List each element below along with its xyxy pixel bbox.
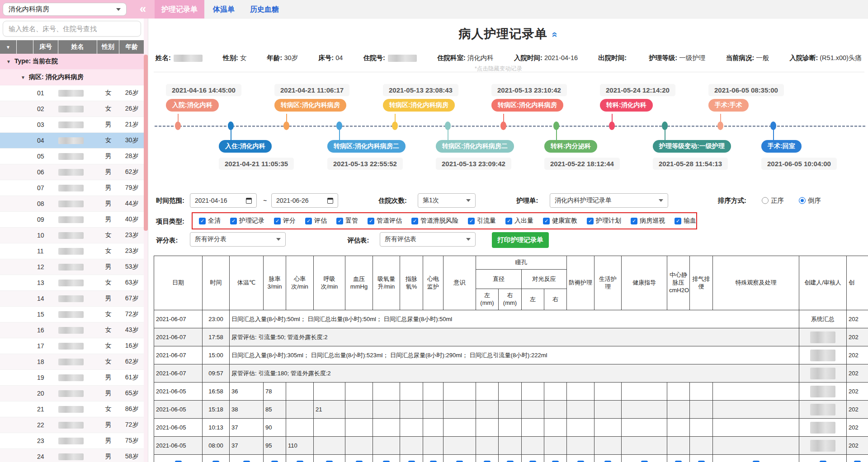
calendar-icon[interactable] — [246, 198, 252, 204]
sort-desc-radio[interactable]: 倒序 — [799, 196, 821, 205]
timeline-event-badge[interactable]: 入院:消化内科 — [166, 99, 219, 112]
patient-row[interactable]: 13女63岁 — [0, 275, 144, 291]
name-column-header[interactable]: 姓名 — [58, 40, 97, 54]
checkbox-checked-icon[interactable]: ✓ — [456, 461, 463, 462]
timeline-event-badge[interactable]: 转病区:消化内科病房二 — [327, 140, 406, 153]
patient-row[interactable]: 17女16岁 — [0, 338, 144, 354]
checkbox-checked-icon[interactable]: ✓ — [297, 461, 303, 462]
checkbox-checked-icon[interactable]: ✓ — [675, 461, 682, 462]
patient-row[interactable]: 05男28岁 — [0, 149, 144, 164]
timeline-event-badge[interactable]: 转科:消化内科 — [600, 99, 653, 112]
tab-temperature-sheet[interactable]: 体温单 — [208, 0, 240, 19]
checkbox-checked-icon[interactable]: ✓ — [230, 218, 237, 224]
patient-row[interactable]: 11女23岁 — [0, 243, 144, 259]
patient-row[interactable]: 10女23岁 — [0, 228, 144, 243]
timeline-event-badge[interactable]: 转病区:消化内科病房 — [491, 99, 563, 112]
date-from-input[interactable]: 2021-04-16 — [190, 193, 257, 208]
group-row-ward[interactable]: ▼ 病区: 消化内科病房 — [0, 70, 144, 85]
item-type-checkbox[interactable]: ✓病房巡视 — [631, 217, 665, 225]
patient-row[interactable]: 03男21岁 — [0, 117, 144, 133]
item-type-checkbox[interactable]: ✓护理记录 — [230, 217, 264, 225]
age-column-header[interactable]: 年龄 — [119, 40, 144, 54]
checkbox-checked-icon[interactable]: ✓ — [529, 461, 536, 462]
checkbox-checked-icon[interactable]: ✓ — [430, 461, 437, 462]
timeline-event-badge[interactable]: 转病区:消化内科病房 — [274, 99, 346, 112]
radio-icon[interactable] — [762, 197, 769, 204]
checkbox-checked-icon[interactable]: ✓ — [199, 218, 206, 224]
score-select[interactable]: 所有评分表 — [190, 232, 286, 247]
sidebar-scrollbar[interactable] — [144, 19, 148, 462]
checkbox-checked-icon[interactable]: ✓ — [383, 461, 390, 462]
checkbox-checked-icon[interactable]: ✓ — [641, 461, 648, 462]
checkbox-checked-icon[interactable]: ✓ — [175, 461, 182, 462]
patient-row[interactable]: 09男40岁 — [0, 212, 144, 228]
patient-row[interactable]: 19男61岁 — [0, 370, 144, 386]
search-input[interactable] — [3, 21, 141, 37]
patient-row[interactable]: 08男44岁 — [0, 196, 144, 212]
item-type-checkbox[interactable]: ✓引流量 — [468, 217, 496, 225]
checkbox-checked-icon[interactable]: ✓ — [587, 218, 594, 224]
patient-row[interactable]: 16女43岁 — [0, 322, 144, 338]
patient-row[interactable]: 07男79岁 — [0, 180, 144, 196]
checkbox-checked-icon[interactable]: ✓ — [543, 218, 550, 224]
tab-nursing-record[interactable]: 护理记录单 — [155, 0, 204, 19]
patient-row[interactable]: 12男53岁 — [0, 259, 144, 275]
checkbox-checked-icon[interactable]: ✓ — [336, 218, 343, 224]
timeline-event-badge[interactable]: 手术:回室 — [761, 140, 802, 153]
checkbox-checked-icon[interactable]: ✓ — [820, 461, 826, 462]
checkbox-checked-icon[interactable]: ✓ — [507, 461, 514, 462]
checkbox-checked-icon[interactable]: ✓ — [675, 218, 681, 224]
group-row-type[interactable]: ▼ Type: 当前在院 — [0, 54, 144, 70]
checkbox-checked-icon[interactable]: ✓ — [854, 461, 861, 462]
checkbox-checked-icon[interactable]: ✓ — [368, 218, 374, 224]
patient-row[interactable]: 23男75岁 — [0, 433, 144, 449]
item-type-checkbox[interactable]: ✓健康宣教 — [543, 217, 577, 225]
collapse-up-icon[interactable]: « — [549, 32, 561, 37]
checkbox-checked-icon[interactable]: ✓ — [468, 218, 475, 224]
item-type-checkbox[interactable]: ✓置管 — [336, 217, 358, 225]
item-type-checkbox[interactable]: ✓护理计划 — [587, 217, 621, 225]
ward-select[interactable]: 消化内科病房 — [3, 3, 127, 16]
checkbox-checked-icon[interactable]: ✓ — [305, 218, 312, 224]
checkbox-checked-icon[interactable]: ✓ — [552, 461, 559, 462]
tab-blood-glucose-history[interactable]: 历史血糖 — [246, 0, 283, 19]
patient-row[interactable]: 06男62岁 — [0, 164, 144, 180]
sort-asc-radio[interactable]: 正序 — [762, 196, 784, 205]
radio-icon[interactable] — [799, 197, 806, 204]
patient-row[interactable]: 22男72岁 — [0, 417, 144, 433]
timeline-event-badge[interactable]: 转病区:消化内科病房二 — [436, 140, 514, 153]
checkbox-checked-icon[interactable]: ✓ — [243, 461, 250, 462]
filter-column-header[interactable]: ▼ — [0, 40, 17, 54]
gender-column-header[interactable]: 性别 — [97, 40, 119, 54]
item-type-checkbox[interactable]: ✓评估 — [305, 217, 327, 225]
patient-row[interactable]: 21女86岁 — [0, 401, 144, 417]
sheet-select[interactable]: 消化内科护理记录单 — [550, 193, 668, 208]
patient-row[interactable]: 15女72岁 — [0, 307, 144, 322]
timeline-event-badge[interactable]: 手术:手术 — [708, 99, 749, 112]
timeline-event-badge[interactable]: 转科:内分泌科 — [544, 140, 597, 153]
patient-row[interactable]: 24男58岁 — [0, 449, 144, 462]
timeline-event-badge[interactable]: 入住:消化内科 — [219, 140, 272, 153]
checkbox-checked-icon[interactable]: ✓ — [408, 461, 415, 462]
checkbox-checked-icon[interactable]: ✓ — [274, 218, 281, 224]
item-type-checkbox[interactable]: ✓输血 — [675, 217, 696, 225]
checkbox-checked-icon[interactable]: ✓ — [753, 461, 760, 462]
timeline-event-badge[interactable]: 护理等级变动:一级护理 — [653, 140, 731, 153]
checkbox-checked-icon[interactable]: ✓ — [356, 461, 363, 462]
checkbox-checked-icon[interactable]: ✓ — [411, 218, 418, 224]
assess-select[interactable]: 所有评估表 — [380, 232, 476, 247]
checkbox-checked-icon[interactable]: ✓ — [631, 218, 637, 224]
calendar-icon[interactable] — [327, 198, 333, 204]
patient-row[interactable]: 04女30岁 — [0, 133, 144, 149]
timeline-event-badge[interactable]: 转病区:消化内科病房 — [383, 99, 455, 112]
checkbox-checked-icon[interactable]: ✓ — [577, 461, 584, 462]
collapse-sidebar-button[interactable]: « — [134, 0, 152, 19]
checkbox-checked-icon[interactable]: ✓ — [604, 461, 611, 462]
sidebar-scrollbar-thumb[interactable] — [144, 55, 148, 231]
patient-row[interactable]: 20男65岁 — [0, 386, 144, 401]
item-type-checkbox[interactable]: ✓评分 — [274, 217, 296, 225]
patient-row[interactable]: 01女26岁 — [0, 85, 144, 101]
checkbox-checked-icon[interactable]: ✓ — [484, 461, 491, 462]
print-record-button[interactable]: 打印护理记录单 — [492, 232, 549, 248]
patient-row[interactable]: 14男67岁 — [0, 291, 144, 307]
